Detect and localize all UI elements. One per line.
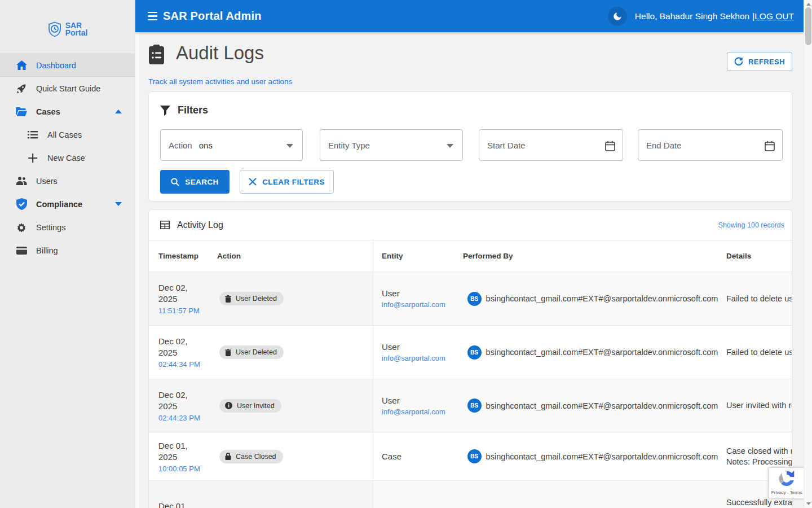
- main-content: Audit Logs Track all system activities a…: [135, 32, 804, 508]
- avatar: BS: [467, 345, 482, 360]
- shield-check-icon: [16, 199, 27, 210]
- page-subtitle: Track all system activities and user act…: [148, 77, 292, 86]
- info-icon: [225, 402, 232, 409]
- dark-mode-toggle[interactable]: [608, 7, 627, 26]
- app-root: SAR Portal Dashboard Quick Start Guide: [0, 0, 812, 508]
- search-icon: [171, 178, 179, 186]
- scroll-down-arrow[interactable]: [806, 502, 811, 505]
- action-select[interactable]: Action ons: [160, 129, 303, 161]
- lock-icon: [225, 453, 231, 460]
- sidebar-item-compliance[interactable]: Compliance: [0, 192, 135, 216]
- filters-title: Filters: [178, 104, 208, 116]
- sidebar-item-cases[interactable]: Cases: [0, 100, 135, 123]
- users-icon: [16, 176, 27, 187]
- trash-icon: [225, 295, 231, 303]
- logout-link[interactable]: |LOG OUT: [752, 11, 794, 21]
- trash-icon: [225, 349, 231, 356]
- chevron-down-icon: [115, 202, 122, 206]
- home-icon: [16, 60, 27, 71]
- action-badge: User Invited: [219, 399, 281, 413]
- filter-icon: [160, 106, 170, 116]
- sidebar-item-dashboard[interactable]: Dashboard: [0, 54, 135, 77]
- app-logo[interactable]: SAR Portal: [0, 21, 135, 37]
- sidebar-item-settings[interactable]: Settings: [0, 216, 135, 239]
- scrollbar[interactable]: [804, 0, 812, 508]
- gear-icon: [16, 222, 27, 233]
- entity-email-link[interactable]: info@sarportal.com: [382, 354, 461, 362]
- records-count: Showing 100 records: [718, 221, 784, 229]
- folder-open-icon: [16, 106, 27, 117]
- action-badge: User Deleted: [219, 292, 284, 305]
- entity-email-link[interactable]: info@sarportal.com: [382, 408, 461, 416]
- calendar-icon: [765, 141, 775, 151]
- table-row: Dec 02, 2025 02:44:34 PM User Deleted Us…: [149, 326, 792, 379]
- scroll-up-arrow[interactable]: [806, 3, 811, 6]
- recaptcha-links[interactable]: Privacy - Terms: [771, 490, 802, 495]
- clear-filters-button[interactable]: CLEAR FILTERS: [240, 170, 334, 194]
- sidebar-nav: Dashboard Quick Start Guide Cases All: [0, 54, 135, 262]
- sidebar-item-billing[interactable]: Billing: [0, 239, 135, 262]
- refresh-button[interactable]: REFRESH: [727, 52, 792, 71]
- shield-clock-icon: [48, 21, 61, 37]
- avatar: BS: [467, 398, 482, 413]
- moon-icon: [612, 11, 623, 21]
- dropdown-arrow-icon: [286, 144, 293, 148]
- clipboard-icon: [148, 45, 165, 65]
- topbar: SAR Portal Admin Hello, Bahadur Singh Se…: [135, 0, 804, 32]
- credit-card-icon: [16, 245, 27, 256]
- dropdown-arrow-icon: [447, 144, 453, 148]
- list-icon: [27, 129, 38, 141]
- table-row: Dec 01, Successfully extract: [149, 481, 792, 508]
- recaptcha-icon: [776, 468, 797, 489]
- sidebar-item-all-cases[interactable]: All Cases: [0, 123, 135, 146]
- close-icon: [249, 178, 257, 186]
- rocket-icon: [16, 83, 27, 94]
- refresh-icon: [734, 57, 743, 66]
- scrollbar-thumb[interactable]: [805, 7, 811, 45]
- sidebar-item-users[interactable]: Users: [0, 169, 135, 192]
- plus-icon: [27, 152, 38, 164]
- search-button[interactable]: SEARCH: [160, 170, 230, 194]
- page-title: Audit Logs: [176, 42, 264, 64]
- end-date-input[interactable]: End Date: [638, 129, 783, 161]
- chevron-up-icon: [115, 110, 122, 113]
- sidebar: SAR Portal Dashboard Quick Start Guide: [0, 0, 135, 508]
- table-row: Dec 02, 2025 02:44:23 PM User Invited Us…: [149, 379, 792, 432]
- menu-icon[interactable]: [148, 12, 157, 20]
- table-icon: [160, 221, 170, 229]
- recaptcha-badge[interactable]: Privacy - Terms: [768, 467, 805, 499]
- calendar-icon: [605, 141, 615, 151]
- entity-type-select[interactable]: Entity Type: [320, 129, 463, 161]
- logo-line2: Portal: [65, 29, 88, 37]
- activity-log-title: Activity Log: [177, 220, 223, 230]
- table-row: Dec 02, 2025 11:51:57 PM User Deleted Us…: [149, 272, 792, 326]
- table-header: Timestamp Action Entity Performed By Det…: [149, 240, 792, 272]
- avatar: BS: [467, 449, 482, 463]
- filters-card: Filters Action ons Entity Type Start Dat…: [148, 91, 792, 202]
- table-row: Dec 01, 2025 10:00:05 PM Case Closed Cas…: [149, 432, 792, 481]
- sidebar-item-new-case[interactable]: New Case: [0, 146, 135, 169]
- start-date-input[interactable]: Start Date: [479, 129, 623, 161]
- sidebar-item-quick-start-guide[interactable]: Quick Start Guide: [0, 77, 135, 100]
- avatar: BS: [467, 292, 482, 306]
- action-badge: User Deleted: [219, 345, 284, 359]
- user-greeting: Hello, Bahadur Singh Sekhon: [635, 11, 749, 21]
- action-badge: Case Closed: [219, 450, 283, 463]
- app-title: SAR Portal Admin: [163, 10, 262, 23]
- activity-log-card: Activity Log Showing 100 records Timesta…: [148, 209, 792, 508]
- entity-email-link[interactable]: info@sarportal.com: [382, 300, 461, 309]
